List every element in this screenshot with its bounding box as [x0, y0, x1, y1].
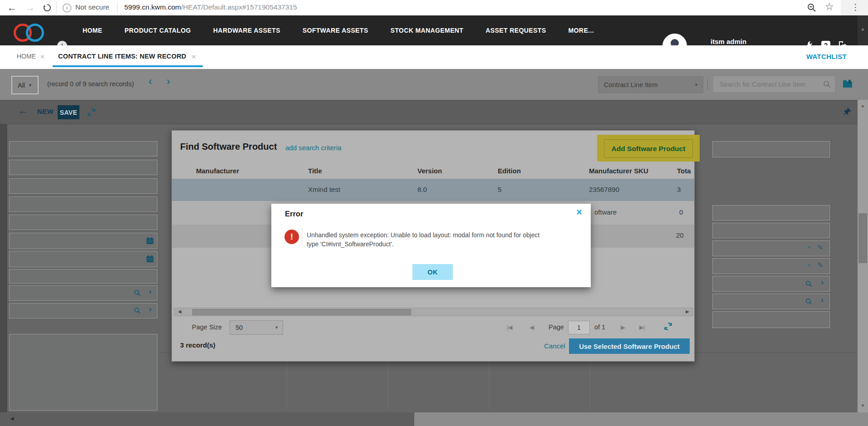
- go-back-icon[interactable]: ←: [18, 105, 28, 117]
- bg-field[interactable]: [9, 196, 157, 212]
- error-close-icon[interactable]: ×: [576, 206, 582, 218]
- zoom-out-icon[interactable]: [807, 3, 816, 12]
- folder-icon[interactable]: [843, 79, 853, 88]
- pin-icon[interactable]: [843, 108, 852, 116]
- edit-pencil-icon[interactable]: ✎: [817, 261, 823, 269]
- scroll-up-icon[interactable]: ▲: [861, 27, 865, 31]
- prev-page-icon[interactable]: ◀: [530, 324, 534, 331]
- nav-item-stock-management[interactable]: STOCK MANAGEMENT: [390, 27, 463, 34]
- col-edition[interactable]: Edition: [498, 167, 521, 175]
- bg-field[interactable]: [9, 215, 157, 230]
- lookup-search-icon[interactable]: [805, 298, 812, 305]
- bg-lookup-field[interactable]: ›: [9, 303, 157, 318]
- watchlist-link[interactable]: WATCHLIST: [806, 53, 847, 60]
- browser-forward-icon[interactable]: →: [25, 0, 35, 15]
- bookmark-star-icon[interactable]: ☆: [825, 1, 834, 13]
- tab-home[interactable]: HOME ×: [17, 45, 44, 67]
- col-version[interactable]: Version: [417, 167, 442, 175]
- bg-field[interactable]: [712, 223, 830, 238]
- lookup-open-icon[interactable]: ›: [149, 304, 152, 314]
- vertical-scrollbar[interactable]: ▲ ▼: [858, 100, 868, 412]
- add-search-criteria-link[interactable]: add search criteria: [285, 144, 341, 152]
- nav-item-hardware-assets[interactable]: HARDWARE ASSETS: [213, 27, 280, 34]
- nav-item-asset-requests[interactable]: ASSET REQUESTS: [485, 27, 546, 34]
- bg-textarea[interactable]: [9, 334, 157, 411]
- edit-pencil-icon[interactable]: ✎: [817, 244, 823, 252]
- bg-field[interactable]: [712, 205, 830, 220]
- horizontal-scrollbar[interactable]: ◀: [0, 412, 868, 426]
- browser-menu-icon[interactable]: ⋮: [851, 2, 860, 12]
- tab-contract-line-items[interactable]: CONTRACT LINE ITEMS: NEW RECORD ×: [58, 45, 196, 67]
- bg-field[interactable]: [9, 160, 157, 175]
- save-button[interactable]: SAVE: [58, 105, 79, 119]
- col-manufacturer-sku[interactable]: Manufacturer SKU: [589, 167, 648, 175]
- address-bar[interactable]: 5999.cn.kwm.com/HEAT/Default.aspx#157190…: [124, 3, 297, 11]
- lookup-search-icon[interactable]: [805, 280, 812, 287]
- lookup-search-icon[interactable]: [134, 289, 141, 296]
- table-row-selected[interactable]: Xmind test 8.0 5 23567890 3: [172, 179, 694, 201]
- tab-home-close-icon[interactable]: ×: [40, 53, 44, 60]
- hscroll-right-icon[interactable]: ▶: [686, 309, 689, 314]
- col-manufacturer[interactable]: Manufacturer: [196, 167, 239, 175]
- bg-field[interactable]: [9, 178, 157, 194]
- col-total[interactable]: Tota: [677, 167, 691, 175]
- nav-item-product-catalog[interactable]: PRODUCT CATALOG: [125, 27, 191, 34]
- lookup-search-icon[interactable]: [134, 307, 141, 314]
- browser-refresh-icon[interactable]: [43, 3, 52, 12]
- refresh-record-icon[interactable]: [87, 108, 96, 117]
- bg-field[interactable]: [712, 311, 830, 328]
- tab-active-close-icon[interactable]: ×: [192, 53, 196, 60]
- bg-field[interactable]: [9, 269, 157, 284]
- user-name[interactable]: itsm admin: [711, 38, 746, 45]
- scrollbar-up-icon[interactable]: ▲: [861, 103, 865, 108]
- next-record-icon[interactable]: ›: [167, 75, 170, 88]
- hscroll-thumb[interactable]: [192, 309, 411, 315]
- ok-button[interactable]: OK: [412, 264, 453, 280]
- horizontal-scrollbar-thumb[interactable]: [0, 412, 414, 426]
- field-dropdown-icon[interactable]: ▾: [808, 245, 810, 250]
- add-software-product-button[interactable]: Add Software Product: [604, 139, 693, 158]
- next-page-icon[interactable]: ▶: [621, 324, 625, 331]
- lookup-open-icon[interactable]: ›: [149, 287, 152, 296]
- col-title[interactable]: Title: [308, 167, 322, 175]
- lookup-open-icon[interactable]: ›: [821, 295, 824, 305]
- bg-lookup-field[interactable]: ›: [712, 294, 830, 309]
- cancel-link[interactable]: Cancel: [544, 342, 565, 350]
- info-icon[interactable]: i: [63, 4, 71, 12]
- security-label[interactable]: Not secure: [75, 3, 109, 11]
- last-page-icon[interactable]: ▶|: [639, 324, 644, 331]
- new-button[interactable]: NEW: [37, 108, 54, 115]
- bg-lookup-field[interactable]: ›: [712, 276, 830, 292]
- bg-select-field[interactable]: ▾ ✎: [712, 258, 830, 274]
- scrollbar-down-icon[interactable]: ▼: [861, 403, 865, 408]
- page-size-dropdown[interactable]: 50 ▼: [230, 320, 283, 335]
- search-box[interactable]: [713, 76, 835, 92]
- nav-item-more[interactable]: MORE...: [569, 27, 594, 34]
- browser-back-icon[interactable]: ←: [7, 0, 17, 15]
- nav-item-software-assets[interactable]: SOFTWARE ASSETS: [303, 27, 368, 34]
- lookup-open-icon[interactable]: ›: [821, 278, 824, 287]
- refresh-list-icon[interactable]: [664, 322, 672, 331]
- page-input[interactable]: [568, 321, 590, 334]
- hscroll-page-left-icon[interactable]: ◀: [10, 416, 14, 421]
- hscroll-left-icon[interactable]: ◀: [178, 309, 181, 314]
- results-hscrollbar[interactable]: ◀ ▶: [174, 308, 693, 316]
- nav-item-home[interactable]: HOME: [83, 27, 103, 34]
- bg-field[interactable]: [712, 141, 830, 157]
- calendar-icon[interactable]: [146, 255, 154, 263]
- bg-field[interactable]: [9, 141, 157, 157]
- bg-date-field[interactable]: [9, 233, 157, 249]
- field-dropdown-icon[interactable]: ▾: [808, 262, 810, 268]
- calendar-icon[interactable]: [146, 237, 154, 245]
- scrollbar-thumb[interactable]: [858, 213, 867, 263]
- use-selected-button[interactable]: Use Selected Software Product: [569, 338, 690, 354]
- type-selector-dropdown[interactable]: Contract Line Item ▼: [598, 76, 703, 93]
- bg-lookup-field[interactable]: ›: [9, 285, 157, 301]
- search-input[interactable]: [719, 80, 823, 88]
- bg-select-field[interactable]: ▾ ✎: [712, 240, 830, 256]
- url-path: /HEAT/Default.aspx#1571905437315: [181, 3, 297, 11]
- scope-dropdown[interactable]: All ▼: [11, 76, 39, 94]
- first-page-icon[interactable]: |◀: [507, 324, 512, 331]
- bg-date-field[interactable]: [9, 251, 157, 267]
- prev-record-icon[interactable]: ‹: [148, 75, 152, 88]
